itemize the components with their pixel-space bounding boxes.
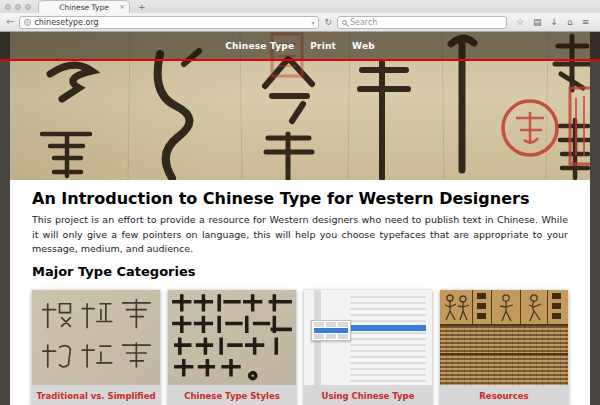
card-resources[interactable]: Resources [440,290,568,405]
back-button[interactable]: ← [6,17,14,27]
panel-label-text [477,293,486,320]
hero-banner: Chinese Type Print Web [0,32,600,180]
home-icon[interactable]: ⌂ [567,18,573,27]
url-dropdown-caret-icon[interactable]: ▾ [311,19,314,26]
card-caption: Using Chinese Type [304,385,432,405]
toolbar-buttons: ☆ ▤ ↓ ⌂ ≡ [516,18,589,27]
intro-paragraph: This project is an effort to provide a r… [32,213,568,257]
font-list-selected-row [350,325,426,331]
card-chinese-type-styles[interactable]: Chinese Type Styles [168,290,296,405]
bookmarks-panel-icon[interactable]: ▤ [533,18,542,27]
section-title: Major Type Categories [32,264,568,279]
downloads-icon[interactable]: ↓ [551,18,559,27]
panel-label-text [552,293,561,320]
card-caption: Traditional vs. Simplified [32,385,160,405]
close-button[interactable] [5,4,11,10]
url-text[interactable]: chinesetype.org [34,18,308,27]
search-icon [342,20,347,25]
bold-hanzi-strokes [168,290,296,384]
new-tab-button[interactable]: + [138,1,146,13]
menu-icon[interactable]: ≡ [582,18,590,27]
dense-woodblock-text [440,326,568,385]
bookmark-star-icon[interactable]: ☆ [516,18,524,27]
category-cards: Traditional vs. Simplified [32,290,568,405]
figure-drawing [521,290,547,324]
font-style-submenu [311,320,351,341]
figure-drawing [492,290,520,324]
window-controls [5,4,31,10]
tab-title: Chinese Type [59,3,109,12]
browser-window: Chinese Type × + ← chinesetype.org ▾ ↻ ☆… [0,0,600,405]
globe-icon [24,19,31,26]
browser-tab[interactable]: Chinese Type × [38,0,130,13]
font-menu-screenshot-thumbnail [304,290,432,385]
tab-bar: Chinese Type × + [0,0,600,13]
search-input[interactable] [350,18,502,27]
page-body: Chinese Type Print Web An Introduction t… [0,32,600,405]
url-bar[interactable]: chinesetype.org ▾ [19,16,319,29]
site-navigation: Chinese Type Print Web [0,32,600,61]
traditional-vs-simplified-thumbnail [32,290,160,385]
reload-button[interactable]: ↻ [324,18,332,27]
search-field[interactable] [337,16,507,29]
card-caption: Resources [440,385,568,405]
card-using-chinese-type[interactable]: Using Chinese Type [304,290,432,405]
tab-close-icon[interactable]: × [119,4,125,11]
nav-link-web[interactable]: Web [352,41,375,51]
book-figure-panels [440,290,568,326]
page-divider-line [440,353,568,355]
nav-link-print[interactable]: Print [310,41,336,51]
content-area: An Introduction to Chinese Type for West… [10,180,590,405]
zoom-button[interactable] [25,4,31,10]
page-title: An Introduction to Chinese Type for West… [32,189,568,208]
figure-drawing [440,290,472,324]
nav-link-chinese-type[interactable]: Chinese Type [225,41,294,51]
card-caption: Chinese Type Styles [168,385,296,405]
hanzi-sample-strokes [32,290,160,384]
card-traditional-vs-simplified[interactable]: Traditional vs. Simplified [32,290,160,405]
old-book-page-thumbnail [440,290,568,385]
minimize-button[interactable] [15,4,21,10]
browser-toolbar: ← chinesetype.org ▾ ↻ ☆ ▤ ↓ ⌂ ≡ [0,13,600,32]
chinese-type-styles-thumbnail [168,290,296,385]
font-list-rows [350,292,426,383]
